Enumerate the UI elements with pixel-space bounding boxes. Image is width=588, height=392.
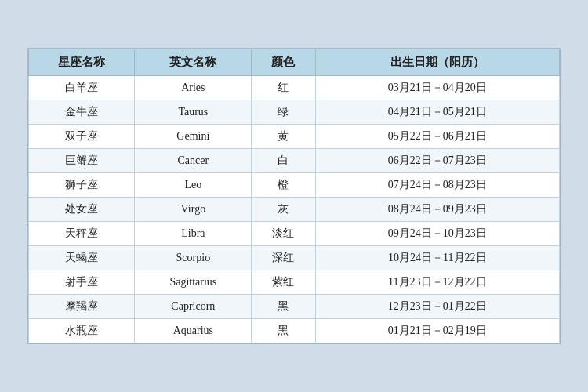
cell-date: 04月21日－05月21日 [315,100,559,125]
cell-en: Scorpio [135,246,252,270]
cell-date: 12月23日－01月22日 [315,295,559,319]
cell-date: 10月24日－11月22日 [315,246,559,270]
cell-cn: 水瓶座 [29,319,135,343]
cell-color: 灰 [252,198,315,222]
cell-cn: 狮子座 [29,173,135,198]
table-row: 天秤座Libra淡红09月24日－10月23日 [29,222,560,246]
cell-color: 深红 [252,246,315,270]
zodiac-table: 星座名称 英文名称 颜色 出生日期（阳历） 白羊座Aries红03月21日－04… [28,49,560,343]
cell-date: 11月23日－12月22日 [315,270,559,295]
cell-en: Sagittarius [135,270,252,295]
table-header-row: 星座名称 英文名称 颜色 出生日期（阳历） [29,49,560,76]
cell-cn: 摩羯座 [29,295,135,319]
cell-cn: 金牛座 [29,100,135,125]
cell-en: Leo [135,173,252,198]
cell-cn: 射手座 [29,270,135,295]
table-row: 金牛座Taurus绿04月21日－05月21日 [29,100,560,125]
header-date: 出生日期（阳历） [315,49,559,76]
cell-en: Aries [135,76,252,100]
table-row: 巨蟹座Cancer白06月22日－07月23日 [29,149,560,173]
cell-cn: 双子座 [29,125,135,149]
cell-date: 03月21日－04月20日 [315,76,559,100]
cell-cn: 白羊座 [29,76,135,100]
cell-date: 01月21日－02月19日 [315,319,559,343]
cell-en: Cancer [135,149,252,173]
cell-en: Libra [135,222,252,246]
cell-cn: 巨蟹座 [29,149,135,173]
cell-date: 08月24日－09月23日 [315,198,559,222]
cell-color: 橙 [252,173,315,198]
header-color: 颜色 [252,49,315,76]
table-row: 射手座Sagittarius紫红11月23日－12月22日 [29,270,560,295]
cell-date: 07月24日－08月23日 [315,173,559,198]
cell-color: 白 [252,149,315,173]
table-row: 白羊座Aries红03月21日－04月20日 [29,76,560,100]
cell-cn: 处女座 [29,198,135,222]
cell-color: 红 [252,76,315,100]
cell-cn: 天秤座 [29,222,135,246]
cell-color: 黑 [252,319,315,343]
table-row: 水瓶座Aquarius黑01月21日－02月19日 [29,319,560,343]
table-row: 处女座Virgo灰08月24日－09月23日 [29,198,560,222]
cell-en: Aquarius [135,319,252,343]
cell-date: 05月22日－06月21日 [315,125,559,149]
header-en: 英文名称 [135,49,252,76]
cell-cn: 天蝎座 [29,246,135,270]
cell-color: 绿 [252,100,315,125]
cell-color: 黑 [252,295,315,319]
table-row: 狮子座Leo橙07月24日－08月23日 [29,173,560,198]
table-row: 双子座Gemini黄05月22日－06月21日 [29,125,560,149]
cell-en: Capricorn [135,295,252,319]
cell-en: Virgo [135,198,252,222]
cell-date: 06月22日－07月23日 [315,149,559,173]
table-row: 天蝎座Scorpio深红10月24日－11月22日 [29,246,560,270]
cell-color: 紫红 [252,270,315,295]
cell-en: Gemini [135,125,252,149]
cell-color: 淡红 [252,222,315,246]
header-cn: 星座名称 [29,49,135,76]
cell-en: Taurus [135,100,252,125]
cell-date: 09月24日－10月23日 [315,222,559,246]
cell-color: 黄 [252,125,315,149]
table-row: 摩羯座Capricorn黑12月23日－01月22日 [29,295,560,319]
zodiac-table-container: 星座名称 英文名称 颜色 出生日期（阳历） 白羊座Aries红03月21日－04… [27,48,561,344]
